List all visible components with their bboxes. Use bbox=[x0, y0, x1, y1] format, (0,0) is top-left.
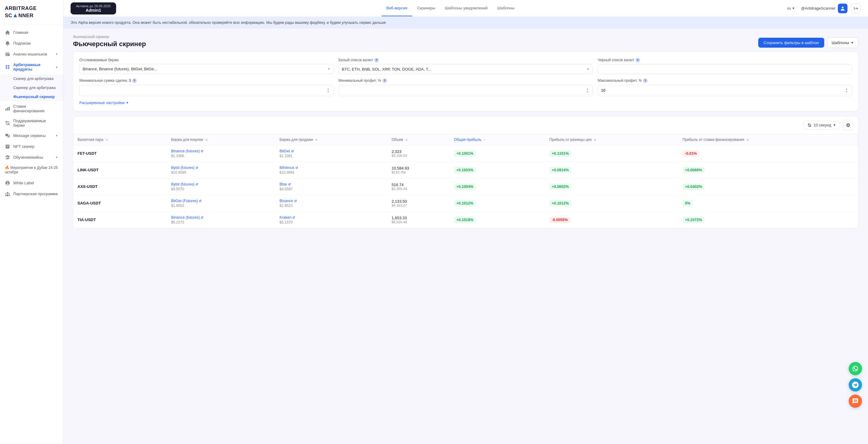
col-price-diff[interactable]: Прибыль от разницы цен ⇅ bbox=[545, 134, 678, 146]
col-sell-exchange[interactable]: Биржа для продажи ⇅ bbox=[275, 134, 388, 146]
sidebar-item-white-label[interactable]: White Label bbox=[0, 178, 63, 189]
cell-buy-exchange: BitGet (Futures) $1.9503 bbox=[167, 195, 275, 212]
sidebar-item-funding-rates[interactable]: Ставки финансирования bbox=[0, 101, 63, 116]
save-filters-button[interactable]: Сохранить фильтры в шаблон bbox=[758, 38, 824, 47]
tab-templates[interactable]: Шаблоны bbox=[493, 0, 520, 16]
buy-exchange-link[interactable]: BitGet (Futures) bbox=[171, 199, 271, 203]
sidebar-item-futures-screener[interactable]: Фьючерсный скринер bbox=[13, 92, 63, 101]
tab-web-version[interactable]: Веб-версия bbox=[381, 0, 412, 16]
sidebar-item-home[interactable]: Главная bbox=[0, 27, 63, 38]
sidebar-subnav: Сканер для арбитража Скринер для арбитра… bbox=[0, 74, 63, 101]
buy-exchange-link[interactable]: Binance (futures) bbox=[171, 149, 271, 153]
spin-up[interactable]: ▲ bbox=[585, 88, 590, 91]
telegram-button[interactable] bbox=[849, 378, 862, 391]
sidebar-item-label: Сканер для арбитража bbox=[13, 76, 54, 81]
min-deal-input[interactable] bbox=[83, 88, 326, 93]
sidebar-item-label: 🔥 Мероприятие в Дубае 24-25 октября bbox=[5, 166, 58, 175]
user-menu[interactable]: @ArbitrageScanner bbox=[801, 4, 847, 13]
sell-exchange-link[interactable]: Kraken bbox=[280, 215, 383, 220]
logout-button[interactable] bbox=[851, 4, 861, 13]
blacklist-text-input[interactable] bbox=[601, 67, 849, 71]
table-settings-button[interactable] bbox=[843, 120, 853, 130]
cell-pair: TIA-USDT bbox=[73, 212, 167, 228]
max-profit-spinner[interactable]: ▲ ▼ bbox=[844, 88, 849, 94]
sidebar-item-partner-program[interactable]: Партнерская программа bbox=[0, 189, 63, 199]
external-link-icon bbox=[291, 150, 294, 153]
cell-sell-exchange: Btse $4.5597 bbox=[275, 178, 388, 195]
partner-icon bbox=[5, 191, 10, 197]
nft-icon bbox=[5, 144, 10, 149]
language-selector[interactable]: ru ▼ bbox=[785, 5, 797, 12]
buy-exchange-link[interactable]: Bybit (futures) bbox=[171, 166, 271, 170]
advanced-settings-toggle[interactable]: Расширенные настройки ▼ bbox=[79, 100, 852, 105]
col-funding-profit[interactable]: Прибыль от ставки финансирования ⇅ bbox=[678, 134, 858, 146]
sidebar-item-message-services[interactable]: Message сервисы ▼ bbox=[0, 130, 63, 141]
active-subscription-badge[interactable]: Активна до 28.06.2025 Admin1 bbox=[70, 2, 116, 14]
sidebar: ARBITRAGE SC▲NNER Главная Подписки Анали… bbox=[0, 0, 63, 444]
cell-sell-exchange: Kraken $5.1570 bbox=[275, 212, 388, 228]
topbar-right: ru ▼ @ArbitrageScanner bbox=[785, 4, 861, 13]
sidebar-item-arbitrage-scanner[interactable]: Сканер для арбитража bbox=[13, 74, 63, 83]
filter-blacklist: Черный список валют ? bbox=[598, 58, 852, 74]
max-profit-input[interactable] bbox=[601, 88, 844, 93]
whitelist-select[interactable]: BTC, ETH, BNB, SOL, XRP, TON, DOGE, ADA,… bbox=[338, 64, 593, 74]
sidebar-item-arbitrage-products[interactable]: Арбитражные продукты ▲ bbox=[0, 60, 63, 74]
buy-exchange-link[interactable]: Binance (futures) bbox=[171, 215, 271, 220]
cell-volume: 516.74 $2,355.49 bbox=[387, 178, 450, 195]
refresh-interval-button[interactable]: 10 секунд ▼ bbox=[803, 121, 840, 129]
cell-funding-profit: +0.0089% bbox=[678, 162, 858, 178]
min-profit-input[interactable] bbox=[342, 88, 585, 93]
page-title: Фьючерсный скринер bbox=[73, 40, 146, 48]
whatsapp-button[interactable] bbox=[849, 362, 862, 375]
buy-exchange-link[interactable]: Bybit (futures) bbox=[171, 182, 271, 186]
table-row: LINK-USDT Bybit (futures) $10.4595 bbox=[73, 162, 858, 178]
min-profit-spinner[interactable]: ▲ ▼ bbox=[585, 88, 590, 94]
table-row: AXS-USDT Bybit (futures) $4.5570 bbox=[73, 178, 858, 195]
chevron-down-icon: ▼ bbox=[833, 123, 836, 127]
sidebar-item-dubai-event[interactable]: 🔥 Мероприятие в Дубае 24-25 октября bbox=[0, 163, 63, 178]
chat-button[interactable] bbox=[849, 394, 862, 408]
refresh-icon bbox=[807, 123, 812, 127]
sell-exchange-link[interactable]: BitVenus bbox=[280, 166, 383, 170]
sidebar-item-label: Ставки финансирования bbox=[13, 104, 58, 113]
table-header: Валютная пара ⇅ Биржа для покупки ⇅ Бирж… bbox=[73, 134, 858, 146]
col-volume[interactable]: Объем ⇅ bbox=[387, 134, 450, 146]
min-profit-label: Минимальный профит, % ? bbox=[338, 78, 593, 83]
sidebar-item-wallet-analysis[interactable]: Анализ кошельков ▼ bbox=[0, 49, 63, 60]
chevron-down-icon: ▼ bbox=[126, 101, 129, 104]
cell-buy-exchange: Bybit (futures) $4.5570 bbox=[167, 178, 275, 195]
external-link-icon bbox=[292, 216, 295, 219]
col-buy-exchange[interactable]: Биржа для покупки ⇅ bbox=[167, 134, 275, 146]
whitelist-label: Белый список валют ? bbox=[338, 58, 593, 62]
col-pair[interactable]: Валютная пара ⇅ bbox=[73, 134, 167, 146]
spin-up[interactable]: ▲ bbox=[326, 88, 330, 91]
tab-scanners[interactable]: Скринеры bbox=[412, 0, 440, 16]
spin-up[interactable]: ▲ bbox=[844, 88, 849, 91]
tab-notification-templates[interactable]: Шаблоны уведомлений bbox=[440, 0, 493, 16]
cell-price-diff: +0.0602% bbox=[545, 178, 678, 195]
sell-exchange-link[interactable]: Binance bbox=[280, 199, 383, 203]
templates-button[interactable]: Шаблоны ▼ bbox=[827, 37, 858, 48]
sell-exchange-link[interactable]: Btse bbox=[280, 182, 383, 186]
blacklist-label: Черный список валют ? bbox=[598, 58, 852, 62]
min-deal-spinner[interactable]: ▲ ▼ bbox=[326, 88, 330, 94]
cell-total-profit: +0.1004% bbox=[450, 178, 545, 195]
spin-down[interactable]: ▼ bbox=[585, 91, 590, 94]
exchanges-select[interactable]: Binance, Binance (futures), BitGet, BitG… bbox=[79, 64, 334, 74]
min-profit-input-wrapper: ▲ ▼ bbox=[338, 85, 593, 96]
sidebar-item-education[interactable]: Обучения/кейсы ▼ bbox=[0, 152, 63, 163]
topbar: Активна до 28.06.2025 Admin1 Веб-версия … bbox=[63, 0, 868, 17]
telegram-icon bbox=[852, 382, 859, 388]
sort-icon: ⇅ bbox=[405, 138, 408, 141]
sidebar-item-supported-exchanges[interactable]: Поддерживаемые биржи bbox=[0, 116, 63, 130]
sidebar-item-nft-scanner[interactable]: NFT сканер bbox=[0, 141, 63, 152]
sidebar-item-label: Анализ кошельков bbox=[13, 52, 47, 56]
col-total-profit[interactable]: Общая прибыль ↑ bbox=[450, 134, 545, 146]
blacklist-input[interactable] bbox=[598, 64, 852, 74]
sidebar-item-arbitrage-screener[interactable]: Скринер для арбитража bbox=[13, 83, 63, 92]
exchange-icon bbox=[5, 120, 10, 126]
sell-exchange-link[interactable]: BitGet bbox=[280, 149, 383, 153]
sidebar-item-subscriptions[interactable]: Подписки bbox=[0, 38, 63, 49]
spin-down[interactable]: ▼ bbox=[326, 91, 330, 94]
spin-down[interactable]: ▼ bbox=[844, 91, 849, 94]
